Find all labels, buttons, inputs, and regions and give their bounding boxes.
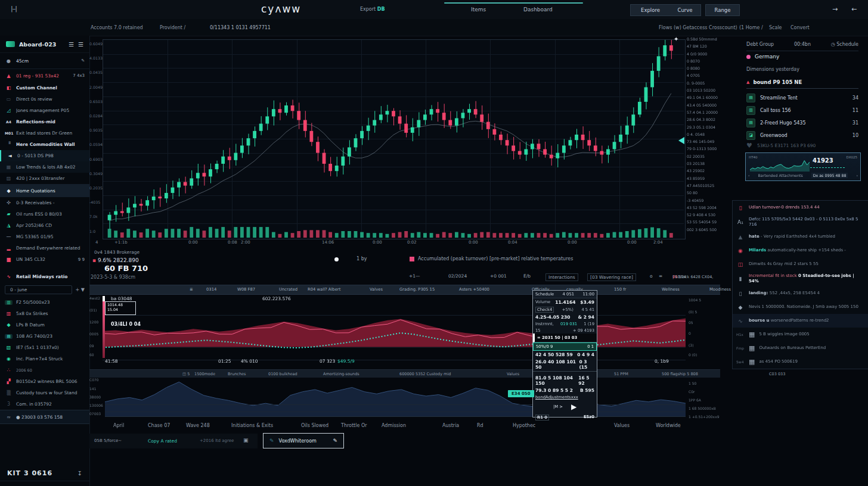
- legend-dot-icon[interactable]: [334, 257, 339, 261]
- copy-link[interactable]: Copy A rated: [148, 438, 177, 444]
- tab-item[interactable]: 1500mode: [194, 372, 215, 376]
- tab-item[interactable]: 500 flagship 5 808: [662, 372, 698, 376]
- menu-icon[interactable]: ☰: [69, 41, 74, 48]
- tab-item[interactable]: Uncrated: [279, 287, 297, 292]
- sidebar-item[interactable]: 3Com. in 035792: [0, 398, 89, 410]
- schedule-control[interactable]: ◷ Schedule: [831, 42, 858, 47]
- tab-item[interactable]: ◫ 5: [182, 372, 190, 376]
- sidebar-item[interactable]: ▒Custody tours w four Stand: [0, 387, 89, 398]
- country-row[interactable]: Germany: [746, 54, 779, 60]
- tab-item[interactable]: Grading. P305 15: [399, 287, 435, 292]
- sidebar-item[interactable]: ▝Here Commodities Wall: [0, 139, 89, 150]
- sidebar-item[interactable]: ▞B0150x2 witness BRL 5006: [0, 376, 89, 387]
- popup-r[interactable]: 81.0 5 108 104 15016 5 92: [533, 374, 597, 387]
- sidebar-item[interactable]: ▧IE7 (5x1 1 0137x0): [0, 342, 89, 353]
- volume-area-chart[interactable]: [105, 377, 686, 416]
- tab-item[interactable]: R04 wall? Albert: [308, 287, 340, 292]
- favorite-row[interactable]: ♥ 53KU-5 E3171 163 P3 690: [746, 142, 816, 149]
- popup-input[interactable]: = 2031 50 | 03 03: [533, 334, 597, 342]
- watchlist-item[interactable]: ▥Call toss 15611: [746, 104, 858, 117]
- news-item[interactable]: ▯landing: 552 ,44x5, 258 E5454 4: [733, 286, 868, 300]
- tab-item[interactable]: 600000 5352 Custody mid: [399, 372, 451, 376]
- download-icon[interactable]: ↧: [78, 470, 82, 476]
- sidebar-item[interactable]: ◧Custom Channel: [0, 82, 89, 94]
- sidebar-item[interactable]: ◆Home Quotations: [0, 184, 89, 197]
- tab-item[interactable]: Asters +50400: [459, 287, 489, 292]
- tab-item[interactable]: Amortizing-sounds: [323, 372, 359, 376]
- sidebar-item[interactable]: ▥F2 50/5000x23: [0, 297, 89, 308]
- range-handle[interactable]: +1—: [409, 273, 420, 279]
- card-next-icon[interactable]: ›: [856, 173, 858, 177]
- tab-item[interactable]: Values: [507, 372, 519, 376]
- news-item[interactable]: ∿bourse u worsenedPatterns re-trend2: [733, 314, 868, 328]
- sidebar-item[interactable]: ▦Low Trends & lots AB 4x02: [0, 161, 89, 173]
- sidebar-item[interactable]: ▨420 | 2xxx 03transfer: [0, 173, 89, 184]
- sidebar-item[interactable]: ≈● 23003 03 576 158: [0, 410, 89, 424]
- tab-item[interactable]: 0100 bulkhead: [268, 372, 297, 376]
- curve-button[interactable]: Curve: [669, 4, 701, 16]
- sidebar-item[interactable]: ◮Apr 2052/46 CD: [0, 220, 89, 231]
- watchlist-section[interactable]: ▲ bound P9 105 NE: [746, 79, 858, 89]
- breadcrumb-provident[interactable]: Provident /: [160, 25, 185, 30]
- news-item[interactable]: Fmp▦Outwards on Bureaus PetterEnd: [733, 341, 868, 355]
- explore-button[interactable]: Explore: [630, 4, 671, 16]
- filter-icons[interactable]: + ▼: [76, 287, 85, 292]
- forward-arrow-icon[interactable]: →: [832, 5, 838, 13]
- sidebar-item[interactable]: ▥5x8 0x Strikes: [0, 308, 89, 319]
- popup-r[interactable]: 15+ 09 4193: [533, 327, 597, 334]
- tab-item[interactable]: 150 fr: [614, 287, 626, 292]
- news-item[interactable]: ◆Nevis 1 5000000. Nationwide. J 5mb away…: [733, 300, 868, 314]
- nav-items[interactable]: Items: [471, 7, 486, 13]
- sidebar-item[interactable]: ◄0 - 5013 DS P98: [0, 150, 89, 161]
- nav-dashboard[interactable]: Dashboard: [523, 7, 553, 13]
- home-label[interactable]: (1 Home /: [739, 25, 763, 30]
- tab-item[interactable]: ≣: [190, 287, 193, 292]
- crosshair-icon[interactable]: ✦: [674, 36, 678, 42]
- sidebar-item[interactable]: A4Reflections-mid: [0, 116, 89, 127]
- popup-r[interactable]: Instrmnt,019 0311 (19: [533, 320, 597, 327]
- sidebar-item[interactable]: ▆UN 345 CL329 9: [0, 254, 89, 265]
- news-item[interactable]: ◉Mllards automatically-here ship +154 sh…: [733, 244, 868, 257]
- o-icon[interactable]: o: [650, 273, 653, 279]
- sidebar-item[interactable]: ●45cm✎: [0, 53, 89, 69]
- sidebar-item[interactable]: ▂Demand Everywhere related: [0, 242, 89, 254]
- sidebar-item[interactable]: ▤108 AG 7400/23: [0, 331, 89, 342]
- watchlist-item[interactable]: ▤Streamline Tent34: [746, 92, 858, 104]
- card-prev-icon[interactable]: ‹: [748, 173, 750, 177]
- flows-label[interactable]: Flows (w) Getaccess Crosscount): [659, 25, 737, 30]
- filter-input[interactable]: 0 - june: [5, 285, 72, 294]
- back-arrow-icon[interactable]: ←: [851, 5, 857, 13]
- news-item[interactable]: 5w4▦as 454 PO 500619: [733, 355, 868, 369]
- news-item[interactable]: ▲hate - Very rapid Earthshed 4x4 tumbled: [733, 230, 868, 244]
- scale-label[interactable]: Scale: [769, 25, 782, 30]
- popup-play[interactable]: |M >▶: [533, 401, 597, 413]
- tab-item[interactable]: 0314: [206, 287, 216, 292]
- main-candlestick-chart[interactable]: [103, 40, 684, 238]
- sidebar-item[interactable]: M01Exit lead stores Dr Green: [0, 127, 89, 139]
- sidebar-item[interactable]: ▭Direct 0s review: [0, 94, 89, 105]
- sidebar-item[interactable]: —MG 53365 01/95: [0, 231, 89, 242]
- tab-item[interactable]: 51 PPM: [614, 372, 628, 376]
- sidebar-item[interactable]: ∿Retail Midways ratio: [0, 271, 89, 282]
- news-item[interactable]: H1x▦5 B wiggles Image 0005: [733, 328, 868, 341]
- tab-item[interactable]: Brunches: [228, 372, 246, 376]
- sidebar-item[interactable]: ◆LPs B Datum: [0, 319, 89, 331]
- popup-foot[interactable]: R1 0E5z0: [533, 413, 597, 422]
- interactions-cell[interactable]: Interactions: [545, 273, 578, 281]
- news-item[interactable]: A₁Defcc 115 5705/5x3 5442 0x03 - 0 5113 …: [733, 214, 868, 230]
- sidebar-item[interactable]: ◿Jones management P05: [0, 105, 89, 116]
- breadcrumb-accounts[interactable]: Accounts 7.0 retained: [91, 25, 143, 30]
- sidebar-item[interactable]: ∴2006 60: [0, 364, 89, 376]
- sidebar-item[interactable]: ◉Inc. Plan+7x4 Struck: [0, 353, 89, 364]
- watchlist-item[interactable]: ▤2-Freed Hugo 543531: [746, 117, 858, 129]
- tab-item[interactable]: Valves: [370, 287, 383, 292]
- tab-item[interactable]: W08 F87: [237, 287, 255, 292]
- keyboard-icon[interactable]: ▣: [243, 437, 249, 443]
- sidebar-item[interactable]: 0 - june+ ▼: [0, 282, 89, 297]
- popup-r[interactable]: 42 4 50 528 590 4 9 4: [533, 351, 597, 358]
- convert-label[interactable]: Convert: [790, 25, 810, 30]
- tab-item[interactable]: C03 033: [769, 372, 785, 376]
- indicator-band-chart[interactable]: [103, 294, 686, 360]
- range-button[interactable]: Range: [705, 4, 740, 16]
- play-icon[interactable]: ▶: [571, 403, 576, 411]
